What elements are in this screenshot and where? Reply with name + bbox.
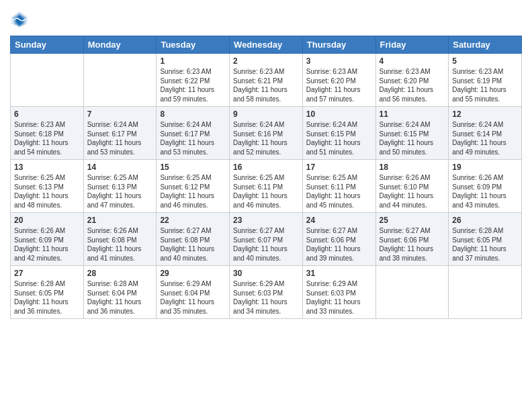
day-number: 19	[452, 163, 518, 172]
day-number: 22	[160, 216, 226, 225]
week-row-5: 27Sunrise: 6:28 AMSunset: 6:05 PMDayligh…	[11, 266, 522, 319]
calendar-cell: 3Sunrise: 6:23 AMSunset: 6:20 PMDaylight…	[302, 54, 375, 107]
calendar-cell: 23Sunrise: 6:27 AMSunset: 6:07 PMDayligh…	[230, 213, 303, 266]
day-info: Sunrise: 6:24 AMSunset: 6:16 PMDaylight:…	[233, 120, 299, 156]
week-row-4: 20Sunrise: 6:26 AMSunset: 6:09 PMDayligh…	[11, 213, 522, 266]
day-number: 9	[233, 109, 299, 119]
day-info: Sunrise: 6:25 AMSunset: 6:11 PMDaylight:…	[233, 173, 299, 210]
day-number: 8	[160, 109, 226, 119]
day-number: 17	[306, 163, 372, 172]
day-number: 1	[160, 56, 226, 66]
calendar-cell: 13Sunrise: 6:25 AMSunset: 6:13 PMDayligh…	[11, 160, 84, 213]
day-info: Sunrise: 6:27 AMSunset: 6:06 PMDaylight:…	[306, 226, 372, 263]
day-info: Sunrise: 6:24 AMSunset: 6:15 PMDaylight:…	[380, 120, 445, 156]
day-info: Sunrise: 6:23 AMSunset: 6:20 PMDaylight:…	[380, 67, 445, 103]
calendar-cell: 22Sunrise: 6:27 AMSunset: 6:08 PMDayligh…	[157, 213, 230, 266]
logo	[10, 10, 32, 29]
calendar-cell: 6Sunrise: 6:23 AMSunset: 6:18 PMDaylight…	[11, 107, 84, 160]
day-info: Sunrise: 6:28 AMSunset: 6:05 PMDaylight:…	[452, 226, 518, 263]
calendar-cell: 20Sunrise: 6:26 AMSunset: 6:09 PMDayligh…	[11, 213, 84, 266]
calendar-body: 1Sunrise: 6:23 AMSunset: 6:22 PMDaylight…	[11, 54, 522, 319]
calendar-cell: 25Sunrise: 6:27 AMSunset: 6:06 PMDayligh…	[375, 213, 449, 266]
header-day-saturday: Saturday	[449, 36, 522, 54]
calendar-cell: 11Sunrise: 6:24 AMSunset: 6:15 PMDayligh…	[375, 107, 449, 160]
week-row-2: 6Sunrise: 6:23 AMSunset: 6:18 PMDaylight…	[11, 107, 522, 160]
header-day-sunday: Sunday	[11, 36, 84, 54]
day-number: 27	[14, 269, 80, 278]
calendar-cell: 26Sunrise: 6:28 AMSunset: 6:05 PMDayligh…	[449, 213, 522, 266]
header-day-wednesday: Wednesday	[230, 36, 303, 54]
day-info: Sunrise: 6:27 AMSunset: 6:07 PMDaylight:…	[233, 226, 299, 263]
day-info: Sunrise: 6:24 AMSunset: 6:15 PMDaylight:…	[306, 120, 372, 156]
day-number: 13	[14, 163, 80, 172]
day-info: Sunrise: 6:23 AMSunset: 6:22 PMDaylight:…	[160, 67, 226, 103]
day-info: Sunrise: 6:26 AMSunset: 6:09 PMDaylight:…	[452, 173, 518, 210]
week-row-1: 1Sunrise: 6:23 AMSunset: 6:22 PMDaylight…	[11, 54, 522, 107]
calendar-cell: 14Sunrise: 6:25 AMSunset: 6:13 PMDayligh…	[83, 160, 157, 213]
day-info: Sunrise: 6:23 AMSunset: 6:18 PMDaylight:…	[14, 120, 80, 156]
calendar-cell: 9Sunrise: 6:24 AMSunset: 6:16 PMDaylight…	[230, 107, 303, 160]
calendar-cell	[83, 54, 157, 107]
header-day-tuesday: Tuesday	[157, 36, 230, 54]
header-day-friday: Friday	[375, 36, 449, 54]
day-number: 4	[380, 56, 445, 66]
calendar-cell: 15Sunrise: 6:25 AMSunset: 6:12 PMDayligh…	[157, 160, 230, 213]
day-number: 23	[233, 216, 299, 225]
week-row-3: 13Sunrise: 6:25 AMSunset: 6:13 PMDayligh…	[11, 160, 522, 213]
header-day-monday: Monday	[83, 36, 157, 54]
calendar-cell: 21Sunrise: 6:26 AMSunset: 6:08 PMDayligh…	[83, 213, 157, 266]
day-info: Sunrise: 6:28 AMSunset: 6:04 PMDaylight:…	[87, 279, 153, 316]
day-number: 6	[14, 109, 80, 119]
calendar-cell: 24Sunrise: 6:27 AMSunset: 6:06 PMDayligh…	[302, 213, 375, 266]
logo-icon	[10, 10, 29, 29]
calendar-cell: 19Sunrise: 6:26 AMSunset: 6:09 PMDayligh…	[449, 160, 522, 213]
day-number: 12	[452, 109, 518, 119]
day-number: 20	[14, 216, 80, 225]
day-number: 28	[87, 269, 153, 278]
day-number: 31	[306, 269, 372, 278]
calendar-cell: 1Sunrise: 6:23 AMSunset: 6:22 PMDaylight…	[157, 54, 230, 107]
day-info: Sunrise: 6:28 AMSunset: 6:05 PMDaylight:…	[14, 279, 80, 316]
calendar-cell	[375, 266, 449, 319]
calendar-table: SundayMondayTuesdayWednesdayThursdayFrid…	[10, 36, 522, 319]
day-number: 26	[452, 216, 518, 225]
day-number: 15	[160, 163, 226, 172]
page: SundayMondayTuesdayWednesdayThursdayFrid…	[0, 0, 532, 411]
calendar-cell	[11, 54, 84, 107]
day-info: Sunrise: 6:29 AMSunset: 6:04 PMDaylight:…	[160, 279, 226, 316]
header	[10, 10, 522, 29]
day-info: Sunrise: 6:24 AMSunset: 6:17 PMDaylight:…	[160, 120, 226, 156]
calendar-cell: 27Sunrise: 6:28 AMSunset: 6:05 PMDayligh…	[11, 266, 84, 319]
day-info: Sunrise: 6:25 AMSunset: 6:12 PMDaylight:…	[160, 173, 226, 210]
day-number: 16	[233, 163, 299, 172]
calendar-cell: 5Sunrise: 6:23 AMSunset: 6:19 PMDaylight…	[449, 54, 522, 107]
calendar-cell	[449, 266, 522, 319]
day-info: Sunrise: 6:25 AMSunset: 6:13 PMDaylight:…	[14, 173, 80, 210]
day-info: Sunrise: 6:23 AMSunset: 6:19 PMDaylight:…	[452, 67, 518, 103]
calendar-cell: 12Sunrise: 6:24 AMSunset: 6:14 PMDayligh…	[449, 107, 522, 160]
day-info: Sunrise: 6:27 AMSunset: 6:08 PMDaylight:…	[160, 226, 226, 263]
day-info: Sunrise: 6:24 AMSunset: 6:14 PMDaylight:…	[452, 120, 518, 156]
calendar-cell: 30Sunrise: 6:29 AMSunset: 6:03 PMDayligh…	[230, 266, 303, 319]
calendar-cell: 16Sunrise: 6:25 AMSunset: 6:11 PMDayligh…	[230, 160, 303, 213]
calendar-header-row: SundayMondayTuesdayWednesdayThursdayFrid…	[11, 36, 522, 54]
day-info: Sunrise: 6:26 AMSunset: 6:08 PMDaylight:…	[87, 226, 153, 263]
day-number: 30	[233, 269, 299, 278]
calendar-cell: 8Sunrise: 6:24 AMSunset: 6:17 PMDaylight…	[157, 107, 230, 160]
day-number: 21	[87, 216, 153, 225]
calendar-cell: 18Sunrise: 6:26 AMSunset: 6:10 PMDayligh…	[375, 160, 449, 213]
calendar-cell: 4Sunrise: 6:23 AMSunset: 6:20 PMDaylight…	[375, 54, 449, 107]
day-number: 29	[160, 269, 226, 278]
day-number: 7	[87, 109, 153, 119]
day-number: 3	[306, 56, 372, 66]
day-info: Sunrise: 6:24 AMSunset: 6:17 PMDaylight:…	[87, 120, 153, 156]
day-info: Sunrise: 6:25 AMSunset: 6:13 PMDaylight:…	[87, 173, 153, 210]
calendar-cell: 28Sunrise: 6:28 AMSunset: 6:04 PMDayligh…	[83, 266, 157, 319]
calendar-cell: 10Sunrise: 6:24 AMSunset: 6:15 PMDayligh…	[302, 107, 375, 160]
day-number: 2	[233, 56, 299, 66]
day-info: Sunrise: 6:25 AMSunset: 6:11 PMDaylight:…	[306, 173, 372, 210]
day-number: 25	[380, 216, 445, 225]
day-info: Sunrise: 6:26 AMSunset: 6:09 PMDaylight:…	[14, 226, 80, 263]
day-info: Sunrise: 6:27 AMSunset: 6:06 PMDaylight:…	[380, 226, 445, 263]
day-number: 11	[380, 109, 445, 119]
